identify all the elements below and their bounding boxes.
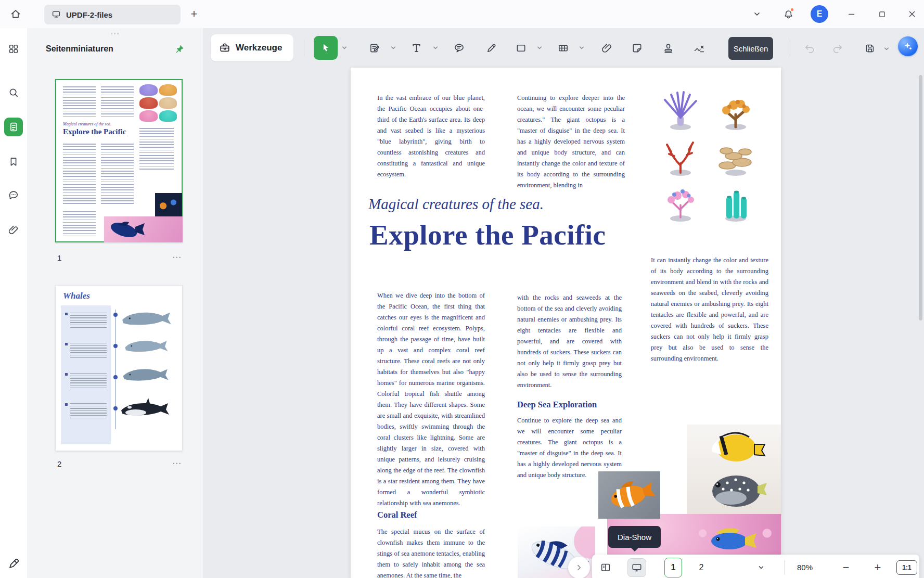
zoom-in-button[interactable]: + [868,558,887,577]
maximize-button[interactable] [875,7,889,21]
thumbnail-2-left-column [61,305,111,444]
left-icon-rail [0,28,27,578]
thumbnail-subtitle: Magical creatures of the sea. [63,122,111,126]
page-thumbnails-button[interactable] [4,118,23,136]
thumbnail-title: Explore the Pacific [63,127,126,136]
doc-paragraph-intro-2: Continuing to explore deeper into the oc… [517,93,625,191]
zoom-out-button[interactable]: − [837,558,855,577]
table-tool-chevron[interactable] [578,44,585,52]
document-tab[interactable]: UPDF-2-files [44,5,181,24]
whale-illustration [120,365,174,386]
minimize-button[interactable] [845,7,858,21]
ai-assistant-button[interactable] [898,36,918,56]
thumbnail-text-lines [63,86,96,117]
doc-heading-coral-reef: Coral Reef [377,510,417,520]
thumbnail-1-meta: 1 ⋯ [57,252,181,263]
select-tool-chevron[interactable] [341,44,348,52]
page-1-button[interactable]: 1 [664,558,682,577]
page-thumbnail-1[interactable]: Magical creatures of the sea. Explore th… [55,79,183,242]
sticker-tool-button[interactable] [627,38,646,57]
page-2-button[interactable]: 2 [692,558,710,577]
slideshow-button[interactable] [627,558,646,577]
dia-show-tooltip: Dia-Show [608,526,661,548]
text-tool-chevron[interactable] [432,44,439,52]
panel-drag-handle[interactable]: ⋯ [110,28,120,39]
close-editor-button[interactable]: Schließen [728,37,773,60]
chat-bubble-icon [8,189,19,201]
page-thumbnail-2[interactable]: Whales [55,285,183,451]
redo-icon [831,43,843,55]
comments-button[interactable] [4,186,23,204]
stamp-tool-button[interactable] [659,38,677,57]
save-icon [864,43,876,54]
page-2-label: 2 [57,459,61,468]
search-button[interactable] [4,83,23,102]
page-list-chevron-button[interactable] [755,561,767,574]
page-1-menu-button[interactable]: ⋯ [172,255,181,260]
text-tool-button[interactable] [407,38,426,57]
ai-sparkle-icon [902,41,914,52]
home-button[interactable] [7,6,24,22]
thumbnail-text-lines [101,86,134,117]
collapse-bottombar-button[interactable] [568,557,590,578]
select-tool-button[interactable] [314,36,338,60]
tab-title: UPDF-2-files [66,10,112,19]
coral-orange-tree [712,89,760,131]
signature-pen-button[interactable] [4,555,23,573]
thumbnail-2-timeline [115,310,116,429]
whale-illustration [122,337,173,356]
coral-purple-anemone [657,89,704,131]
edit-pdf-chevron[interactable] [390,44,397,52]
sticker-icon [631,42,643,54]
redo-button[interactable] [828,39,846,58]
attachment-tool-button[interactable] [597,38,616,57]
toolbar-divider [304,40,304,56]
pin-panel-button[interactable] [172,42,187,56]
shapes-tool-button[interactable] [511,38,530,57]
signature-icon [693,42,705,54]
page-1-label: 1 [57,253,61,262]
titlebar-chevron-button[interactable] [750,7,764,21]
edit-pdf-tool-button[interactable] [365,38,384,57]
thumbnail-fish-illustration [104,216,151,242]
save-button[interactable] [861,39,879,58]
table-tool-button[interactable] [554,38,572,57]
apps-grid-button[interactable] [4,40,23,58]
coral-disc [712,135,760,177]
bookmarks-button[interactable] [4,152,23,171]
shapes-tool-chevron[interactable] [536,44,543,52]
save-options-chevron[interactable] [883,45,890,53]
close-window-button[interactable] [905,7,919,21]
werkzeuge-label: Werkzeuge [236,43,282,53]
attachments-button[interactable] [4,221,23,239]
thumbnail-coral-grid [139,84,177,122]
marker-pen-icon [485,42,497,54]
notifications-button[interactable] [781,7,795,21]
werkzeuge-button[interactable]: Werkzeuge [211,34,293,61]
cursor-icon [320,42,331,54]
photo-orange-fish [598,471,660,519]
thumbnail-2-title: Whales [63,291,90,301]
pdf-page-canvas[interactable]: In the vast embrace of our blue planet, … [351,68,781,578]
monitor-icon [52,10,61,19]
thumbnails-panel-title: Seitenminiaturen [46,44,113,54]
signature-tool-button[interactable] [690,38,709,57]
account-avatar[interactable]: E [811,5,828,23]
doc-paragraph-intro-1: In the vast embrace of our blue planet, … [377,93,485,180]
coral-illustrations [657,89,761,223]
undo-button[interactable] [800,39,819,58]
comment-tool-button[interactable] [450,38,468,57]
actual-size-button[interactable]: 1:1 [896,560,917,575]
thumbnail-photo-dark [155,193,182,216]
thumbnails-panel: ⋯ Seitenminiaturen Magical creatures of … [27,28,204,578]
page-2-menu-button[interactable]: ⋯ [172,461,181,466]
titlebar: UPDF-2-files + E [0,0,924,28]
pen-tool-button[interactable] [482,38,500,57]
bottombar-divider [784,560,785,575]
read-mode-button[interactable] [596,558,615,577]
new-tab-button[interactable]: + [186,6,202,22]
toolbox-icon [219,42,230,54]
orca-illustration [118,396,175,421]
zoom-level: 80% [797,563,813,572]
vertical-scrollbar[interactable] [919,75,922,320]
